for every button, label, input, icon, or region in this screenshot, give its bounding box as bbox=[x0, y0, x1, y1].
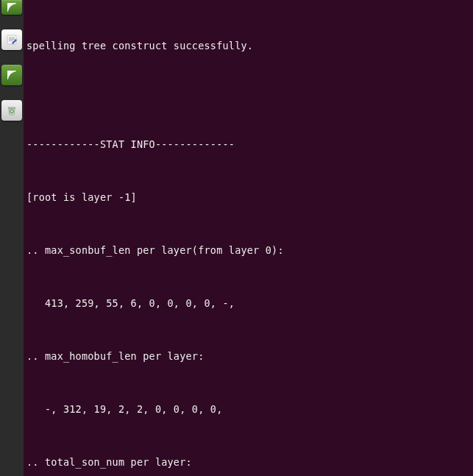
terminal-line: ------------STAT INFO------------- bbox=[26, 135, 470, 153]
trash-icon bbox=[6, 104, 18, 116]
terminal-line: -, 312, 19, 2, 2, 0, 0, 0, 0, bbox=[26, 400, 470, 418]
terminal-line: .. total_son_num per layer: bbox=[26, 453, 470, 471]
launcher-tile-qt-2[interactable] bbox=[1, 65, 22, 85]
terminal[interactable]: spelling tree construct successfully. --… bbox=[24, 0, 473, 476]
terminal-line: spelling tree construct successfully. bbox=[26, 37, 470, 54]
launcher-tile-text-editor[interactable] bbox=[1, 29, 22, 50]
qt-icon bbox=[5, 68, 18, 82]
terminal-line: .. max_sonbuf_len per layer(from layer 0… bbox=[26, 241, 470, 259]
launcher-tile-qt[interactable] bbox=[1, 0, 22, 15]
qt-icon bbox=[5, 1, 18, 14]
pencil-note-icon bbox=[6, 33, 18, 46]
svg-rect-0 bbox=[7, 35, 16, 44]
launcher-tile-trash[interactable] bbox=[1, 100, 22, 121]
terminal-line: .. max_homobuf_len per layer: bbox=[26, 347, 470, 365]
launcher bbox=[0, 0, 24, 476]
terminal-line: [root is layer -1] bbox=[26, 188, 470, 206]
terminal-line: 413, 259, 55, 6, 0, 0, 0, 0, -, bbox=[26, 294, 470, 312]
terminal-line bbox=[26, 90, 470, 100]
